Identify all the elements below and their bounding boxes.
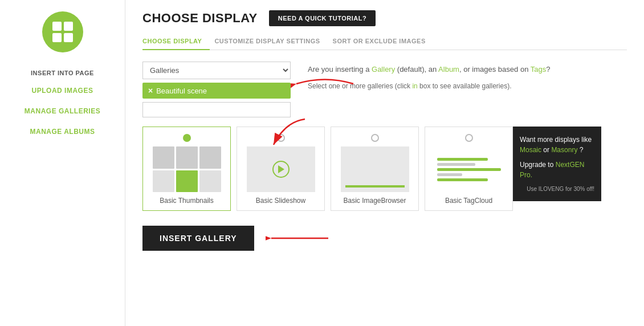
thumb-cell	[153, 170, 174, 193]
slideshow-label: Basic Slideshow	[243, 197, 319, 205]
promo-code-text: Use ILOVENG for 30% off!	[520, 185, 594, 193]
radio-imagebrowser[interactable]	[371, 134, 379, 142]
play-triangle-icon	[278, 165, 284, 173]
pro-want-text: Want more displays like	[520, 136, 592, 144]
mosaic-link[interactable]: Mosaic	[520, 146, 541, 154]
pro-q-text: ?	[580, 146, 584, 154]
thumbnails-label: Basic Thumbnails	[149, 197, 225, 205]
arrow-to-insert-btn	[266, 227, 334, 250]
insert-btn-row: INSERT GALLERY	[142, 226, 627, 251]
radio-slideshow[interactable]	[277, 134, 285, 142]
sidebar-section-title: INSERT INTO PAGE	[31, 70, 94, 76]
thumb-cell	[176, 170, 198, 193]
right-panel: Are you inserting a Gallery (default), a…	[308, 62, 627, 117]
tagcloud-line	[437, 178, 488, 181]
thumb-cell	[199, 146, 221, 169]
gallery-search-input[interactable]	[142, 102, 291, 117]
display-options-grid: Basic Thumbnails Basic Slideshow Basic I	[142, 127, 513, 211]
logo-cell	[64, 33, 73, 42]
tab-choose-display[interactable]: CHOOSE DISPLAY	[142, 33, 210, 50]
main-content: CHOOSE DISPLAY NEED A QUICK TUTORIAL? CH…	[125, 0, 644, 326]
thumbnails-preview	[153, 146, 221, 192]
helper-text: Are you inserting a Gallery (default), a…	[308, 64, 627, 75]
slideshow-preview	[247, 146, 315, 192]
tab-customize-display[interactable]: CUSTOMIZE DISPLAY SETTINGS	[214, 33, 328, 50]
pro-or-text: or	[543, 146, 551, 154]
tags-link[interactable]: Tags	[531, 65, 546, 74]
gallery-link[interactable]: Gallery	[372, 65, 395, 74]
tagcloud-line	[437, 173, 463, 176]
pro-box-text1: Want more displays like Mosaic or Masonr…	[520, 135, 594, 155]
tab-bar: CHOOSE DISPLAY CUSTOMIZE DISPLAY SETTING…	[142, 33, 627, 50]
tab-sort-exclude[interactable]: SORT OR EXCLUDE IMAGES	[333, 33, 434, 50]
insert-gallery-button[interactable]: INSERT GALLERY	[142, 226, 254, 251]
radio-thumbnails[interactable]	[183, 134, 191, 142]
app-logo	[42, 11, 83, 52]
pro-upgrade-box: Want more displays like Mosaic or Masonr…	[513, 127, 601, 201]
header: CHOOSE DISPLAY NEED A QUICK TUTORIAL?	[142, 10, 627, 26]
sidebar-item-upload-images[interactable]: UPLOAD IMAGES	[32, 87, 93, 95]
sub-helper-text: Select one or more galleries (click in b…	[308, 81, 627, 91]
tag-remove-icon[interactable]: ×	[148, 86, 153, 95]
browser-bar	[345, 185, 405, 188]
logo-grid	[52, 22, 73, 42]
tagcloud-label: Basic TagCloud	[431, 197, 507, 205]
display-option-slideshow[interactable]: Basic Slideshow	[237, 127, 325, 211]
tagcloud-line	[437, 158, 488, 161]
page-title: CHOOSE DISPLAY	[142, 11, 258, 26]
thumb-cell	[153, 146, 174, 169]
thumb-cell	[199, 170, 221, 193]
upgrade-text: Upgrade to	[520, 161, 556, 169]
thumb-cell	[176, 146, 198, 169]
sidebar-item-manage-galleries[interactable]: MANAGE GALLERIES	[25, 107, 100, 115]
tutorial-button[interactable]: NEED A QUICK TUTORIAL?	[269, 10, 376, 26]
pro-box-text2: Upgrade to NextGEN Pro.	[520, 160, 594, 180]
display-option-imagebrowser[interactable]: Basic ImageBrowser	[331, 127, 419, 211]
album-link[interactable]: Album	[438, 65, 459, 74]
content-row: Galleries × Beautiful scene Are you inse…	[142, 62, 627, 117]
sidebar: INSERT INTO PAGE UPLOAD IMAGES MANAGE GA…	[0, 0, 125, 326]
tag-label: Beautiful scene	[156, 87, 207, 95]
radio-tagcloud[interactable]	[465, 134, 473, 142]
imagebrowser-label: Basic ImageBrowser	[337, 197, 413, 205]
in-link[interactable]: in	[412, 82, 417, 90]
masonry-link[interactable]: Masonry	[551, 146, 577, 154]
logo-cell	[52, 22, 62, 31]
logo-cell	[64, 22, 73, 31]
tagcloud-preview	[435, 146, 503, 192]
gallery-type-dropdown[interactable]: Galleries	[142, 62, 291, 79]
tagcloud-line	[437, 168, 501, 171]
display-option-thumbnails[interactable]: Basic Thumbnails	[142, 127, 231, 211]
display-option-tagcloud[interactable]: Basic TagCloud	[425, 127, 513, 211]
tagcloud-line	[437, 163, 475, 166]
left-panel: Galleries × Beautiful scene	[142, 62, 291, 117]
imagebrowser-preview	[341, 146, 409, 192]
selected-gallery-tag[interactable]: × Beautiful scene	[142, 83, 291, 99]
logo-cell	[52, 33, 62, 42]
sidebar-item-manage-albums[interactable]: MANAGE ALBUMS	[30, 128, 95, 136]
play-button-icon	[272, 161, 290, 178]
display-section: Basic Thumbnails Basic Slideshow Basic I	[142, 127, 627, 220]
